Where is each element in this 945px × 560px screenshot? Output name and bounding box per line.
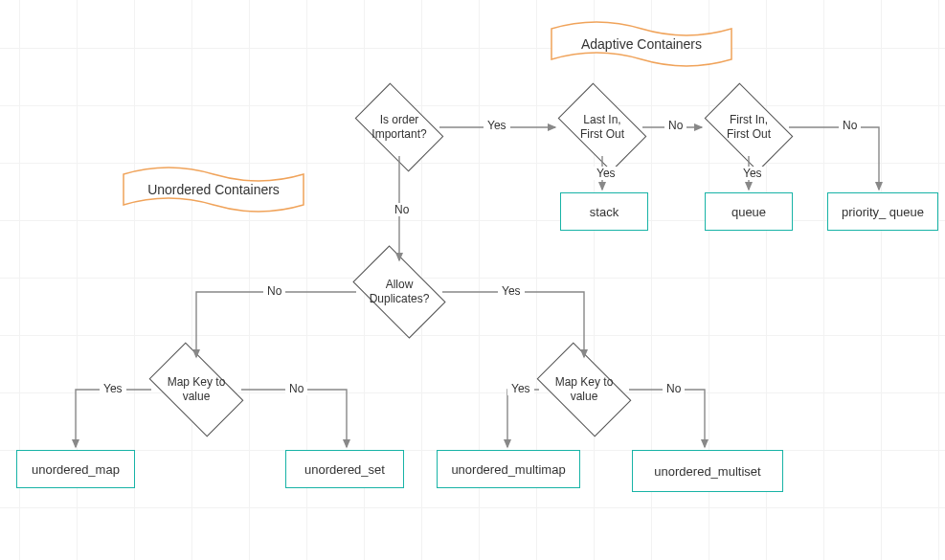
decision-map-right-text: Map Key to value [547, 375, 621, 404]
edge-mapr-yes: Yes [507, 382, 534, 395]
decision-map-right: Map Key to value [547, 364, 621, 415]
edge-mapr-no: No [663, 382, 685, 395]
edge-lifo-yes: Yes [593, 167, 619, 180]
result-unordered-set-text: unordered_set [304, 462, 385, 477]
flowchart-canvas: Adaptive Containers Unordered Containers… [0, 0, 945, 560]
result-unordered-multiset-text: unordered_multiset [654, 464, 760, 479]
result-unordered-map-text: unordered_map [32, 462, 120, 477]
result-stack-text: stack [590, 205, 619, 219]
decision-fifo: First In, First Out [714, 102, 783, 152]
title-unordered: Unordered Containers [123, 165, 304, 214]
edge-order-yes: Yes [484, 119, 510, 132]
decision-is-order: Is order Important? [365, 102, 434, 152]
result-queue: queue [705, 192, 793, 231]
result-unordered-multiset: unordered_multiset [632, 450, 783, 492]
edge-dup-yes: Yes [498, 284, 525, 298]
edge-order-no: No [391, 203, 413, 216]
edge-mapl-no: No [285, 382, 307, 395]
decision-lifo-text: Last In, First Out [568, 113, 637, 142]
result-stack: stack [560, 192, 648, 231]
result-unordered-map: unordered_map [16, 450, 135, 488]
decision-map-left: Map Key to value [159, 364, 234, 415]
result-unordered-set: unordered_set [285, 450, 404, 488]
edge-lifo-no: No [664, 119, 686, 132]
edge-mapl-yes: Yes [100, 382, 126, 395]
decision-is-order-text: Is order Important? [365, 113, 434, 142]
decision-lifo: Last In, First Out [568, 102, 637, 152]
result-priority-queue-text: priority_ queue [842, 205, 924, 219]
edge-dup-no: No [263, 284, 285, 298]
decision-allow-dup-text: Allow Duplicates? [363, 278, 436, 306]
edge-fifo-yes: Yes [739, 167, 766, 180]
title-adaptive-text: Adaptive Containers [581, 36, 702, 52]
result-unordered-multimap: unordered_multimap [437, 450, 580, 488]
decision-fifo-text: First In, First Out [714, 113, 783, 142]
result-queue-text: queue [731, 205, 766, 219]
decision-map-left-text: Map Key to value [159, 375, 234, 404]
title-unordered-text: Unordered Containers [147, 182, 280, 197]
decision-allow-dup: Allow Duplicates? [363, 266, 436, 318]
result-priority-queue: priority_ queue [827, 192, 938, 231]
title-adaptive: Adaptive Containers [551, 19, 732, 69]
edge-fifo-no: No [839, 119, 861, 132]
result-unordered-multimap-text: unordered_multimap [451, 462, 565, 477]
